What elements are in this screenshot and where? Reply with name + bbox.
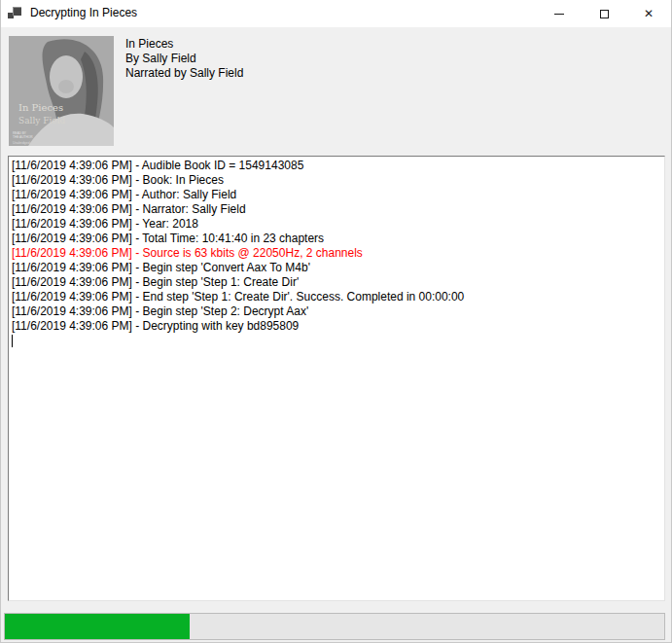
caret-line <box>12 334 661 348</box>
book-author: By Sally Field <box>125 52 243 66</box>
log-line: [11/6/2019 4:39:06 PM] - Begin step 'Ste… <box>12 275 661 290</box>
cover-chin-shade <box>58 80 74 93</box>
book-info: In Pieces By Sally Field Narrated by Sal… <box>125 37 243 81</box>
maximize-button[interactable] <box>582 0 626 27</box>
log-line: [11/6/2019 4:39:06 PM] - End step 'Step … <box>12 290 661 304</box>
log-line: [11/6/2019 4:39:06 PM] - Author: Sally F… <box>12 188 661 202</box>
minimize-icon <box>554 14 564 15</box>
log-line: [11/6/2019 4:39:06 PM] - Year: 2018 <box>12 217 661 232</box>
log-line: [11/6/2019 4:39:06 PM] - Total Time: 10:… <box>12 232 661 246</box>
cover-badge-line3: Unabridged <box>13 141 30 145</box>
title-bar[interactable]: Decrypting In Pieces ✕ <box>1 0 671 27</box>
app-icon <box>8 6 23 21</box>
log-line: [11/6/2019 4:39:06 PM] - Begin step 'Con… <box>12 261 661 275</box>
close-button[interactable]: ✕ <box>626 0 671 27</box>
cover-author-text: Sally Field <box>18 116 66 125</box>
caption-buttons: ✕ <box>537 0 671 27</box>
text-caret <box>12 335 13 347</box>
progress-bar <box>4 613 665 640</box>
window-title: Decrypting In Pieces <box>30 6 137 19</box>
close-icon: ✕ <box>644 8 654 19</box>
cover-title-text: In Pieces <box>18 102 63 113</box>
progress-fill <box>5 614 190 639</box>
book-cover-image: In Pieces Sally Field READ BY THE AUTHOR… <box>9 36 114 146</box>
log-line: [11/6/2019 4:39:06 PM] - Book: In Pieces <box>12 173 661 188</box>
log-line: [11/6/2019 4:39:06 PM] - Begin step 'Ste… <box>12 304 661 319</box>
maximize-icon <box>600 10 609 18</box>
app-window: Decrypting In Pieces ✕ In Pieces Sally F… <box>0 0 672 643</box>
log-output[interactable]: [11/6/2019 4:39:06 PM] - Audible Book ID… <box>8 156 665 601</box>
app-icon-square-large <box>13 7 21 16</box>
log-line: [11/6/2019 4:39:06 PM] - Source is 63 kb… <box>12 246 661 261</box>
log-line: [11/6/2019 4:39:06 PM] - Decrypting with… <box>12 319 661 334</box>
book-title: In Pieces <box>125 37 243 52</box>
log-line: [11/6/2019 4:39:06 PM] - Audible Book ID… <box>12 159 661 173</box>
minimize-button[interactable] <box>537 0 582 27</box>
cover-badge-line2: THE AUTHOR <box>13 135 33 139</box>
book-narrator: Narrated by Sally Field <box>125 66 243 81</box>
log-line: [11/6/2019 4:39:06 PM] - Narrator: Sally… <box>12 202 661 217</box>
